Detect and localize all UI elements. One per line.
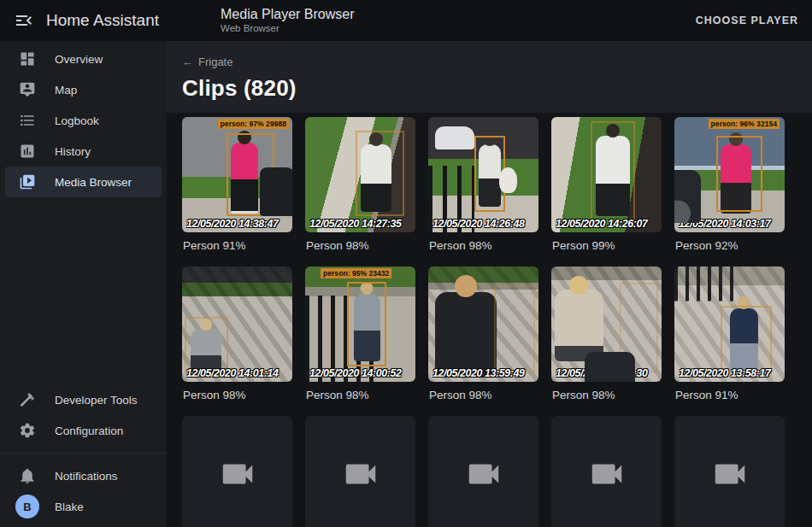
sidebar-item-label: Developer Tools: [55, 394, 138, 407]
detection-label: person: 97% 29988: [218, 119, 289, 129]
sidebar-item-label: History: [55, 145, 91, 158]
clip-timestamp: 12/05/2020 14:27:35: [309, 218, 414, 230]
folder-item-yesterday[interactable]: Yesterday (209): [305, 416, 415, 527]
sidebar-item-developer-tools[interactable]: Developer Tools: [5, 384, 162, 415]
clips-grid: person: 97% 29988 12/05/2020 14:38:47 Pe…: [167, 113, 812, 527]
media-browser-header: ← Frigate Clips (820): [167, 41, 812, 113]
person-figure: [435, 292, 497, 378]
clip-caption: Person 99%: [552, 239, 662, 252]
clip-thumbnail[interactable]: 12/05/2020 14:26:07: [551, 117, 662, 232]
video-camera-icon: [464, 454, 503, 494]
sidebar-item-label: Logbook: [55, 114, 99, 127]
clip-caption: Person 98%: [429, 389, 538, 401]
clip-timestamp: 12/05/2020 13:58:30: [556, 367, 660, 379]
clip-timestamp: 12/05/2020 14:38:47: [186, 218, 291, 230]
sidebar-item-label: Map: [55, 84, 77, 97]
sidebar: Overview Map Logbook History Media Brows…: [0, 41, 167, 527]
clip-caption: Person 98%: [306, 239, 415, 252]
clip-thumbnail[interactable]: person: 96% 32154 12/05/2020 14:03:17: [674, 117, 785, 232]
folder-thumbnail[interactable]: [305, 416, 415, 527]
clip-item[interactable]: 12/05/2020 14:26:48 Person 98%: [428, 117, 538, 261]
clip-thumbnail[interactable]: 12/05/2020 13:58:17: [674, 266, 785, 382]
clip-caption: Person 92%: [675, 239, 785, 252]
sidebar-item-label: Media Browser: [55, 176, 132, 189]
detection-bbox: [494, 285, 535, 373]
clip-item[interactable]: person: 96% 32154 12/05/2020 14:03:17 Pe…: [674, 117, 785, 261]
media-player-subtitle: Web Browser: [221, 23, 355, 34]
detection-bbox: [716, 136, 762, 212]
clip-caption: Person 98%: [552, 389, 662, 401]
clip-item[interactable]: 12/05/2020 13:59:49 Person 98%: [428, 266, 538, 411]
clip-thumbnail[interactable]: 12/05/2020 13:59:49: [428, 266, 538, 382]
clip-item[interactable]: person: 97% 29988 12/05/2020 14:38:47 Pe…: [182, 117, 292, 261]
back-arrow-icon: ←: [182, 56, 193, 68]
breadcrumb-label: Frigate: [198, 56, 232, 68]
clip-thumbnail[interactable]: 12/05/2020 13:58:30: [551, 266, 662, 382]
sidebar-item-configuration[interactable]: Configuration: [5, 415, 162, 446]
clip-timestamp: 12/05/2020 14:26:48: [432, 218, 537, 230]
clip-thumbnail[interactable]: 12/05/2020 14:01:14: [182, 266, 292, 382]
folder-item-today[interactable]: Today (164): [182, 416, 292, 527]
sidebar-toggle-icon[interactable]: [14, 10, 34, 31]
detection-bbox: [620, 283, 658, 372]
clip-timestamp: 12/05/2020 14:01:14: [186, 367, 291, 379]
folder-thumbnail[interactable]: [428, 416, 538, 527]
chart-box-icon: [19, 143, 36, 160]
play-box-multiple-icon: [19, 173, 36, 190]
detection-bbox: [185, 317, 229, 375]
gear-icon: [19, 422, 36, 439]
sidebar-item-media-browser[interactable]: Media Browser: [5, 167, 162, 197]
tooltip-account-icon: [19, 81, 36, 98]
video-camera-icon: [710, 454, 750, 494]
folder-thumbnail[interactable]: [182, 416, 292, 527]
choose-player-button[interactable]: CHOOSE PLAYER: [682, 8, 812, 33]
sidebar-item-notifications[interactable]: Notifications: [5, 460, 162, 491]
clip-item[interactable]: 12/05/2020 14:27:35 Person 98%: [305, 117, 415, 261]
clip-caption: Person 98%: [306, 389, 415, 401]
sidebar-item-logbook[interactable]: Logbook: [5, 105, 162, 136]
view-dashboard-icon: [19, 50, 36, 67]
app-title: Home Assistant: [46, 11, 159, 30]
clip-item[interactable]: 12/05/2020 14:01:14 Person 98%: [182, 266, 292, 411]
detection-label: person: 95% 23432: [321, 268, 391, 278]
detection-bbox: [474, 136, 505, 212]
clip-caption: Person 91%: [183, 239, 292, 252]
detection-bbox: [347, 282, 386, 367]
clip-item[interactable]: person: 95% 23432 12/05/2020 14:00:52 Pe…: [305, 266, 415, 411]
page-header-titles: Media Player Browser Web Browser: [221, 7, 355, 34]
clip-thumbnail[interactable]: person: 97% 29988 12/05/2020 14:38:47: [182, 117, 292, 232]
folder-item-this-month[interactable]: This Month (502): [428, 416, 538, 527]
sidebar-divider: [0, 453, 167, 454]
folder-thumbnail[interactable]: [674, 416, 785, 527]
sidebar-item-label: Overview: [55, 53, 103, 66]
folder-thumbnail[interactable]: [551, 416, 662, 527]
video-camera-icon: [341, 454, 380, 494]
sidebar-item-overview[interactable]: Overview: [5, 44, 162, 74]
user-avatar: B: [15, 495, 39, 518]
media-player-title: Media Player Browser: [221, 7, 355, 22]
clip-thumbnail[interactable]: 12/05/2020 14:26:48: [428, 117, 538, 232]
detection-bbox: [591, 121, 635, 223]
clip-item[interactable]: 12/05/2020 13:58:30 Person 98%: [551, 266, 662, 411]
folder-item-last-month[interactable]: Last Month (318): [551, 416, 662, 527]
detection-bbox: [356, 131, 404, 216]
sidebar-item-label: Blake: [55, 501, 84, 513]
clip-caption: Person 98%: [429, 239, 538, 252]
app-header: Home Assistant Media Player Browser Web …: [0, 0, 812, 41]
folder-item-back[interactable]: Back (427): [674, 416, 785, 527]
clip-caption: Person 91%: [675, 389, 785, 401]
video-camera-icon: [218, 454, 257, 494]
clip-item[interactable]: 12/05/2020 14:26:07 Person 99%: [551, 117, 662, 261]
sidebar-item-map[interactable]: Map: [5, 74, 162, 105]
bell-icon: [19, 467, 36, 484]
sidebar-item-profile[interactable]: B Blake: [5, 491, 162, 522]
app-header-left: Home Assistant: [0, 10, 167, 31]
media-browser-panel: ← Frigate Clips (820) person: 97% 29988 …: [167, 41, 812, 527]
clip-thumbnail[interactable]: person: 95% 23432 12/05/2020 14:00:52: [305, 266, 415, 382]
clip-thumbnail[interactable]: 12/05/2020 14:27:35: [305, 117, 415, 232]
sidebar-item-history[interactable]: History: [5, 136, 162, 167]
person-figure: [555, 290, 603, 361]
clip-item[interactable]: 12/05/2020 13:58:17 Person 91%: [674, 266, 785, 411]
detection-label: person: 96% 32154: [709, 119, 780, 129]
breadcrumb-back[interactable]: ← Frigate: [182, 56, 232, 68]
